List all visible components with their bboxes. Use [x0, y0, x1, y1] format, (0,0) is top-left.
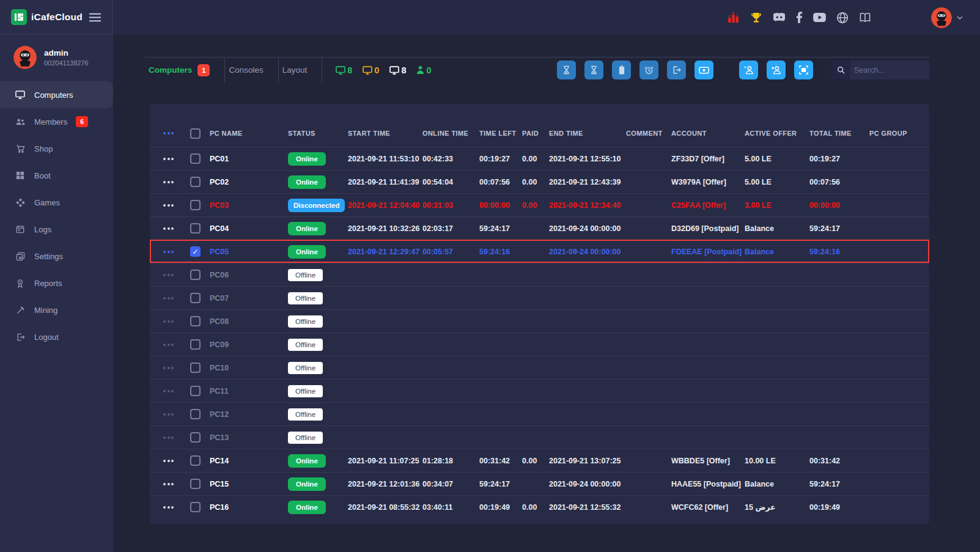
sidebar-item-games[interactable]: Games — [0, 189, 113, 216]
pc-name: PC01 — [210, 155, 288, 163]
battery-button[interactable] — [612, 61, 631, 79]
sidebar-item-reports[interactable]: Reports — [0, 270, 113, 296]
add-user-button[interactable] — [767, 61, 786, 79]
time-left: 00:07:56 — [479, 178, 522, 186]
topbar-logo-area: iCafeCloud — [0, 0, 113, 35]
sidebar-item-shop[interactable]: Shop — [0, 135, 113, 162]
row-actions-menu-icon[interactable] — [163, 204, 190, 207]
hourglass-button[interactable] — [584, 61, 603, 79]
status-cell: Offline — [288, 408, 348, 421]
row-checkbox[interactable] — [190, 339, 201, 350]
tab-computers[interactable]: Computers 1 — [145, 57, 224, 83]
row-actions-menu-icon[interactable] — [163, 251, 190, 253]
col-header: ONLINE TIME — [422, 130, 479, 137]
row-actions-menu-icon[interactable] — [163, 367, 190, 369]
row-actions-menu-icon[interactable] — [163, 483, 190, 485]
time-left: 59:24:17 — [479, 224, 522, 233]
table-row: ✓ PC05 Online 2021-09-21 12:29:47 00:05:… — [150, 240, 929, 263]
sidebar-item-members[interactable]: Members 6 — [0, 108, 113, 135]
row-checkbox[interactable] — [190, 293, 201, 303]
sidebar-item-mining[interactable]: Mining — [0, 296, 113, 323]
sidebar-item-boot[interactable]: Boot — [0, 162, 113, 189]
alarm-icon — [644, 65, 654, 75]
monitor-counter[interactable]: 8 — [336, 65, 352, 75]
tab-consoles[interactable]: Consoles — [225, 57, 278, 83]
end-time: 2021-09-21 12:55:10 — [549, 155, 626, 163]
search-input[interactable] — [850, 66, 929, 75]
end-time: 2021-09-24 00:00:00 — [549, 224, 626, 233]
row-checkbox[interactable] — [190, 200, 201, 210]
main-content: Computers 1 Consoles Layout 8 0 8 0 — [113, 35, 980, 552]
row-actions-menu-icon[interactable] — [163, 436, 190, 439]
facebook-icon[interactable] — [796, 12, 803, 23]
row-checkbox[interactable]: ✓ — [190, 246, 201, 257]
sidebar-item-computers[interactable]: Computers — [0, 81, 113, 108]
sidebar-item-label: Logout — [34, 333, 59, 342]
start-time: 2021-09-21 12:29:47 — [348, 248, 422, 256]
row-actions-menu-icon[interactable] — [163, 181, 190, 183]
ranking-icon[interactable] — [727, 11, 740, 24]
user-menu[interactable] — [931, 7, 963, 28]
row-checkbox[interactable] — [190, 153, 201, 164]
add-user-star-icon — [743, 65, 754, 75]
row-actions-menu-icon[interactable] — [163, 158, 190, 160]
header-actions-menu-icon[interactable] — [163, 132, 190, 134]
row-actions-menu-icon[interactable] — [163, 227, 190, 230]
sidebar-item-logout[interactable]: Logout — [0, 323, 113, 350]
tab-layout[interactable]: Layout — [279, 57, 322, 83]
screenshot-button[interactable] — [794, 61, 813, 79]
signout-button[interactable] — [667, 61, 686, 79]
row-checkbox[interactable] — [190, 502, 201, 512]
row-actions-menu-icon[interactable] — [163, 460, 190, 462]
book-icon[interactable] — [859, 12, 871, 23]
select-all-checkbox[interactable] — [190, 128, 201, 139]
row-checkbox[interactable] — [190, 386, 201, 396]
chevron-down-icon[interactable] — [957, 16, 963, 20]
youtube-icon[interactable] — [813, 13, 826, 22]
row-checkbox[interactable] — [190, 223, 201, 234]
app-logo: iCafeCloud — [11, 9, 89, 25]
row-checkbox[interactable] — [190, 479, 201, 489]
col-header: PC NAME — [210, 130, 288, 137]
globe-icon[interactable] — [836, 12, 849, 24]
alarm-button[interactable] — [639, 61, 658, 79]
hourglass-button[interactable] — [557, 61, 576, 79]
table-row: PC13 Offline — [150, 425, 929, 449]
sidebar-item-settings[interactable]: Settings — [0, 243, 113, 270]
monitor-counter[interactable]: 8 — [389, 65, 406, 75]
discord-icon[interactable] — [773, 12, 786, 23]
row-checkbox[interactable] — [190, 270, 201, 280]
col-header: END TIME — [549, 130, 626, 137]
cart-icon — [15, 144, 26, 153]
row-actions-menu-icon[interactable] — [163, 320, 190, 323]
table-row: PC08 Offline — [150, 309, 929, 333]
person-counter[interactable]: 0 — [416, 65, 431, 75]
sidebar-item-logs[interactable]: Logs — [0, 216, 113, 243]
status-badge: Offline — [288, 408, 323, 421]
status-cell: Offline — [288, 315, 348, 328]
row-actions-menu-icon[interactable] — [163, 344, 190, 346]
row-checkbox[interactable] — [190, 362, 201, 373]
row-checkbox[interactable] — [190, 455, 201, 466]
user-avatar[interactable] — [931, 7, 952, 28]
monitor-counter[interactable]: 0 — [363, 65, 379, 75]
sidebar-item-label: Mining — [34, 306, 57, 315]
add-user-star-button[interactable] — [739, 61, 758, 79]
row-actions-menu-icon[interactable] — [163, 274, 190, 276]
row-checkbox[interactable] — [190, 177, 201, 187]
status-badge: Online — [288, 245, 326, 259]
row-checkbox[interactable] — [190, 316, 201, 326]
row-actions-menu-icon[interactable] — [163, 413, 190, 416]
row-actions-menu-icon[interactable] — [163, 297, 190, 300]
trophy-icon[interactable] — [750, 12, 762, 24]
row-checkbox[interactable] — [190, 409, 201, 419]
search-box — [831, 61, 929, 79]
row-actions-menu-icon[interactable] — [163, 506, 190, 509]
menu-toggle-icon[interactable] — [89, 13, 101, 22]
row-checkbox[interactable] — [190, 432, 201, 443]
start-time: 2021-09-21 12:01:36 — [348, 480, 422, 488]
row-actions-menu-icon[interactable] — [163, 390, 190, 392]
col-header: PAID — [522, 130, 549, 137]
money-button[interactable] — [694, 61, 713, 79]
table-header-row: PC NAME STATUS START TIME ONLINE TIME TI… — [150, 120, 929, 147]
